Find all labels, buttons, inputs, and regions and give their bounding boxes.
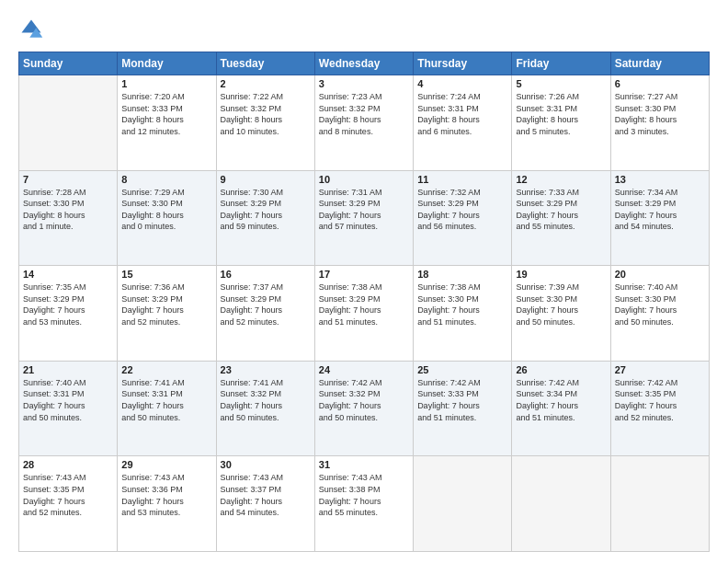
calendar-cell xyxy=(512,456,610,552)
cell-info: Sunset: 3:29 PM xyxy=(417,198,507,210)
cell-info: Sunset: 3:33 PM xyxy=(417,388,507,400)
cell-info: Daylight: 7 hours xyxy=(221,496,311,508)
cell-info: Daylight: 7 hours xyxy=(121,496,211,508)
calendar-cell: 7Sunrise: 7:28 AMSunset: 3:30 PMDaylight… xyxy=(19,170,118,266)
cell-info: Daylight: 7 hours xyxy=(319,400,409,412)
day-number: 4 xyxy=(417,78,507,89)
cell-info: Sunrise: 7:22 AM xyxy=(221,91,311,103)
cell-info: Sunrise: 7:29 AM xyxy=(121,187,211,199)
calendar-cell: 10Sunrise: 7:31 AMSunset: 3:29 PMDayligh… xyxy=(314,170,413,266)
cell-info: Sunset: 3:37 PM xyxy=(221,484,311,496)
cell-info: Sunrise: 7:38 AM xyxy=(319,282,409,293)
cell-info: Daylight: 7 hours xyxy=(23,496,113,508)
calendar-cell: 24Sunrise: 7:42 AMSunset: 3:32 PMDayligh… xyxy=(314,361,413,456)
cell-info: and 56 minutes. xyxy=(417,221,507,233)
cell-info: Sunset: 3:29 PM xyxy=(121,293,211,305)
cell-info: Sunrise: 7:41 AM xyxy=(121,377,211,389)
cell-info: Daylight: 7 hours xyxy=(23,304,113,316)
day-number: 14 xyxy=(23,269,113,280)
calendar-cell: 15Sunrise: 7:36 AMSunset: 3:29 PMDayligh… xyxy=(118,266,216,362)
day-number: 2 xyxy=(221,78,311,89)
calendar-cell: 23Sunrise: 7:41 AMSunset: 3:32 PMDayligh… xyxy=(216,361,314,456)
calendar-cell: 25Sunrise: 7:42 AMSunset: 3:33 PMDayligh… xyxy=(414,361,512,456)
cell-info: Daylight: 8 hours xyxy=(221,114,311,126)
cell-info: Daylight: 8 hours xyxy=(615,114,705,126)
calendar-cell xyxy=(610,456,709,552)
day-number: 23 xyxy=(221,364,311,375)
cell-info: Sunset: 3:30 PM xyxy=(615,103,705,115)
cell-info: Daylight: 7 hours xyxy=(615,400,705,412)
day-number: 25 xyxy=(417,364,507,375)
cell-info: and 50 minutes. xyxy=(319,412,409,424)
cell-info: Sunset: 3:35 PM xyxy=(615,388,705,400)
day-header-sunday: Sunday xyxy=(19,52,118,75)
calendar-cell: 27Sunrise: 7:42 AMSunset: 3:35 PMDayligh… xyxy=(610,361,709,456)
day-header-friday: Friday xyxy=(512,52,610,75)
cell-info: Daylight: 7 hours xyxy=(221,400,311,412)
calendar-cell: 13Sunrise: 7:34 AMSunset: 3:29 PMDayligh… xyxy=(610,170,709,266)
cell-info: Sunrise: 7:38 AM xyxy=(417,282,507,293)
cell-info: Daylight: 7 hours xyxy=(319,304,409,316)
cell-info: Daylight: 7 hours xyxy=(516,400,606,412)
calendar-cell: 17Sunrise: 7:38 AMSunset: 3:29 PMDayligh… xyxy=(314,266,413,362)
cell-info: and 6 minutes. xyxy=(417,126,507,138)
cell-info: Sunset: 3:29 PM xyxy=(23,293,113,305)
cell-info: and 52 minutes. xyxy=(121,316,211,328)
calendar-cell: 28Sunrise: 7:43 AMSunset: 3:35 PMDayligh… xyxy=(19,456,118,552)
cell-info: Sunrise: 7:27 AM xyxy=(615,91,705,103)
calendar-cell: 2Sunrise: 7:22 AMSunset: 3:32 PMDaylight… xyxy=(216,75,314,171)
cell-info: and 57 minutes. xyxy=(319,221,409,233)
calendar-week-2: 14Sunrise: 7:35 AMSunset: 3:29 PMDayligh… xyxy=(19,266,710,362)
cell-info: Sunrise: 7:31 AM xyxy=(319,187,409,199)
cell-info: and 50 minutes. xyxy=(121,412,211,424)
cell-info: and 53 minutes. xyxy=(121,507,211,519)
calendar-cell: 31Sunrise: 7:43 AMSunset: 3:38 PMDayligh… xyxy=(314,456,413,552)
cell-info: and 54 minutes. xyxy=(615,221,705,233)
cell-info: Daylight: 7 hours xyxy=(516,304,606,316)
cell-info: and 50 minutes. xyxy=(221,412,311,424)
cell-info: Sunrise: 7:43 AM xyxy=(121,472,211,484)
day-number: 13 xyxy=(615,174,705,185)
cell-info: and 59 minutes. xyxy=(221,221,311,233)
cell-info: Sunset: 3:29 PM xyxy=(221,293,311,305)
calendar-cell: 16Sunrise: 7:37 AMSunset: 3:29 PMDayligh… xyxy=(216,266,314,362)
cell-info: Sunset: 3:29 PM xyxy=(516,198,606,210)
day-number: 30 xyxy=(221,459,311,470)
day-number: 31 xyxy=(319,459,409,470)
cell-info: Daylight: 7 hours xyxy=(417,304,507,316)
cell-info: and 1 minute. xyxy=(23,221,113,233)
day-header-thursday: Thursday xyxy=(414,52,512,75)
cell-info: Sunrise: 7:35 AM xyxy=(23,282,113,293)
day-number: 15 xyxy=(121,269,211,280)
cell-info: Sunset: 3:36 PM xyxy=(121,484,211,496)
day-number: 19 xyxy=(516,269,606,280)
calendar-cell: 4Sunrise: 7:24 AMSunset: 3:31 PMDaylight… xyxy=(414,75,512,171)
cell-info: Sunset: 3:31 PM xyxy=(417,103,507,115)
day-number: 1 xyxy=(121,78,211,89)
calendar-cell: 14Sunrise: 7:35 AMSunset: 3:29 PMDayligh… xyxy=(19,266,118,362)
calendar-cell: 26Sunrise: 7:42 AMSunset: 3:34 PMDayligh… xyxy=(512,361,610,456)
calendar-cell: 21Sunrise: 7:40 AMSunset: 3:31 PMDayligh… xyxy=(19,361,118,456)
calendar-week-3: 21Sunrise: 7:40 AMSunset: 3:31 PMDayligh… xyxy=(19,361,710,456)
cell-info: Sunset: 3:35 PM xyxy=(23,484,113,496)
cell-info: Sunrise: 7:33 AM xyxy=(516,187,606,199)
calendar-cell: 19Sunrise: 7:39 AMSunset: 3:30 PMDayligh… xyxy=(512,266,610,362)
calendar-header-row: SundayMondayTuesdayWednesdayThursdayFrid… xyxy=(19,52,710,75)
cell-info: Sunset: 3:32 PM xyxy=(221,103,311,115)
cell-info: and 52 minutes. xyxy=(23,507,113,519)
logo-icon xyxy=(18,17,44,42)
cell-info: Sunrise: 7:42 AM xyxy=(516,377,606,389)
cell-info: Daylight: 8 hours xyxy=(23,210,113,222)
header xyxy=(18,17,710,42)
day-header-saturday: Saturday xyxy=(610,52,709,75)
cell-info: and 50 minutes. xyxy=(23,412,113,424)
day-number: 7 xyxy=(23,174,113,185)
calendar-cell: 8Sunrise: 7:29 AMSunset: 3:30 PMDaylight… xyxy=(118,170,216,266)
cell-info: and 53 minutes. xyxy=(23,316,113,328)
calendar-cell: 30Sunrise: 7:43 AMSunset: 3:37 PMDayligh… xyxy=(216,456,314,552)
calendar-week-4: 28Sunrise: 7:43 AMSunset: 3:35 PMDayligh… xyxy=(19,456,710,552)
day-number: 22 xyxy=(121,364,211,375)
cell-info: and 51 minutes. xyxy=(319,316,409,328)
cell-info: Sunrise: 7:36 AM xyxy=(121,282,211,293)
calendar-cell xyxy=(19,75,118,171)
